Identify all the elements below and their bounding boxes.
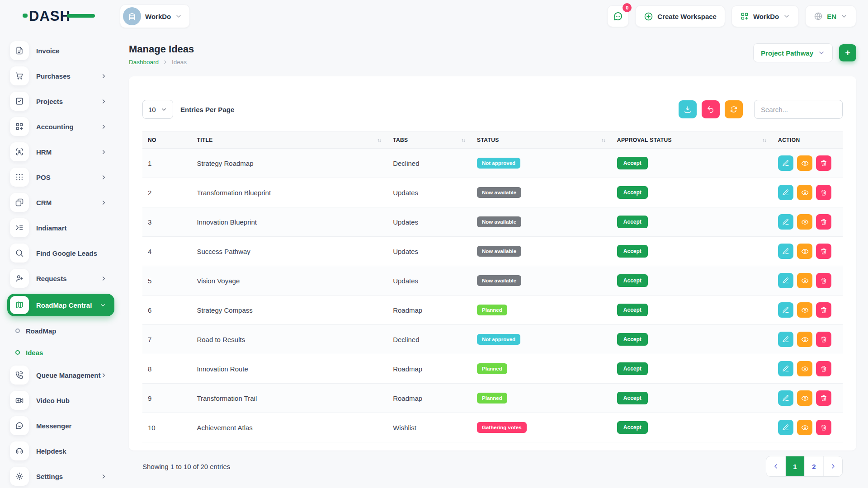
view-button[interactable] [797, 420, 812, 435]
sidebar-item-requests[interactable]: Requests [10, 268, 113, 288]
export-button[interactable] [679, 100, 697, 118]
view-button[interactable] [797, 332, 812, 347]
accept-button[interactable]: Accept [617, 362, 648, 375]
pagination-page-2[interactable]: 2 [804, 456, 823, 476]
breadcrumb-dashboard-link[interactable]: Dashboard [129, 59, 159, 66]
add-idea-button[interactable]: + [839, 44, 856, 61]
edit-button[interactable] [778, 390, 793, 406]
view-button[interactable] [797, 390, 812, 406]
accept-button[interactable]: Accept [617, 245, 648, 258]
column-header-tabs[interactable]: TABS [387, 132, 472, 149]
sidebar-item-invoice[interactable]: Invoice [10, 41, 113, 61]
chevron-right-icon [100, 149, 107, 155]
invoice-icon [10, 41, 29, 60]
pagination-next[interactable] [823, 456, 842, 476]
workspace-selector[interactable]: WorkDo [120, 5, 190, 28]
edit-button[interactable] [778, 302, 793, 318]
sidebar-item-queue-management[interactable]: Queue Management [10, 365, 113, 385]
trash-icon [820, 218, 827, 225]
view-button[interactable] [797, 155, 812, 171]
sidebar-item-accounting[interactable]: Accounting [10, 117, 113, 136]
create-workspace-button[interactable]: Create Workspace [635, 5, 725, 27]
edit-button[interactable] [778, 244, 793, 259]
dash-logo[interactable]: DASH [29, 8, 71, 24]
delete-button[interactable] [816, 214, 831, 230]
column-header-status[interactable]: STATUS [472, 132, 612, 149]
delete-button[interactable] [816, 420, 831, 435]
sidebar-subitem-roadmap[interactable]: RoadMap [15, 322, 113, 340]
cell-action [773, 296, 843, 325]
accept-button[interactable]: Accept [617, 157, 648, 169]
entries-per-page-value: 10 [148, 106, 156, 113]
accept-button[interactable]: Accept [617, 216, 648, 228]
refresh-button[interactable] [725, 100, 743, 118]
sidebar-item-label: Settings [36, 473, 63, 480]
language-selector[interactable]: EN [805, 5, 856, 27]
sidebar-item-projects[interactable]: Projects [10, 91, 113, 111]
view-button[interactable] [797, 361, 812, 376]
edit-button[interactable] [778, 155, 793, 171]
sidebar-item-hrm[interactable]: HRM [10, 142, 113, 162]
table-row: 2 Transformation Blueprint Updates Now a… [142, 178, 843, 207]
cell-no: 2 [142, 178, 191, 207]
delete-button[interactable] [816, 302, 831, 318]
edit-button[interactable] [778, 214, 793, 230]
sidebar-item-indiamart[interactable]: Indiamart [10, 218, 113, 238]
project-selector[interactable]: Project Pathway [753, 43, 833, 62]
edit-button[interactable] [778, 273, 793, 288]
delete-button[interactable] [816, 273, 831, 288]
delete-button[interactable] [816, 390, 831, 406]
accept-button[interactable]: Accept [617, 304, 648, 316]
sidebar-item-video-hub[interactable]: Video Hub [10, 390, 113, 410]
headphones-icon [10, 441, 29, 460]
sidebar-item-find-google-leads[interactable]: Find Google Leads [10, 243, 113, 263]
table-row: 7 Road to Results Declined Not approved … [142, 325, 843, 354]
eye-icon [801, 336, 809, 343]
sidebar-subitem-ideas[interactable]: Ideas [15, 343, 113, 361]
workdo-menu-button[interactable]: WorkDo [731, 5, 799, 27]
edit-button[interactable] [778, 361, 793, 376]
accept-button[interactable]: Accept [617, 421, 648, 434]
delete-button[interactable] [816, 244, 831, 259]
view-button[interactable] [797, 244, 812, 259]
chevron-down-icon [99, 302, 106, 309]
edit-button[interactable] [778, 185, 793, 200]
delete-button[interactable] [816, 332, 831, 347]
logo-green-dot [23, 14, 28, 18]
cell-action [773, 325, 843, 354]
sidebar-item-roadmap-central[interactable]: RoadMap Central [7, 294, 114, 316]
row-actions [778, 244, 837, 259]
view-button[interactable] [797, 273, 812, 288]
sidebar-item-messenger[interactable]: Messenger [10, 416, 113, 436]
messages-button[interactable]: 0 [607, 5, 629, 27]
delete-button[interactable] [816, 361, 831, 376]
edit-button[interactable] [778, 332, 793, 347]
pagination-page-1[interactable]: 1 [785, 456, 804, 476]
accept-button[interactable]: Accept [617, 186, 648, 199]
sidebar-item-pos[interactable]: POS [10, 167, 113, 187]
cell-status: Planned [472, 296, 612, 325]
delete-button[interactable] [816, 185, 831, 200]
accept-button[interactable]: Accept [617, 274, 648, 287]
pagination-prev[interactable] [766, 456, 785, 476]
column-header-approval-status[interactable]: APPROVAL STATUS [612, 132, 773, 149]
cell-title: Strategy Roadmap [191, 149, 387, 178]
user-plus-icon [10, 269, 29, 288]
undo-button[interactable] [702, 100, 720, 118]
edit-button[interactable] [778, 420, 793, 435]
view-button[interactable] [797, 302, 812, 318]
sidebar-item-purchases[interactable]: Purchases [10, 66, 113, 86]
view-button[interactable] [797, 214, 812, 230]
accept-button[interactable]: Accept [617, 333, 648, 346]
sidebar-item-settings[interactable]: Settings [10, 466, 113, 486]
ideas-table-card: 10 Entries Per Page NO TITLE TABS STATUS… [129, 76, 856, 450]
sidebar-item-helpdesk[interactable]: Helpdesk [10, 441, 113, 461]
accept-button[interactable]: Accept [617, 392, 648, 404]
entries-per-page-select[interactable]: 10 [142, 100, 173, 119]
view-button[interactable] [797, 185, 812, 200]
delete-button[interactable] [816, 155, 831, 171]
column-header-title[interactable]: TITLE [191, 132, 387, 149]
sidebar-item-crm[interactable]: CRM [10, 192, 113, 212]
search-input[interactable] [754, 100, 843, 119]
grid-plus-icon [10, 117, 29, 136]
